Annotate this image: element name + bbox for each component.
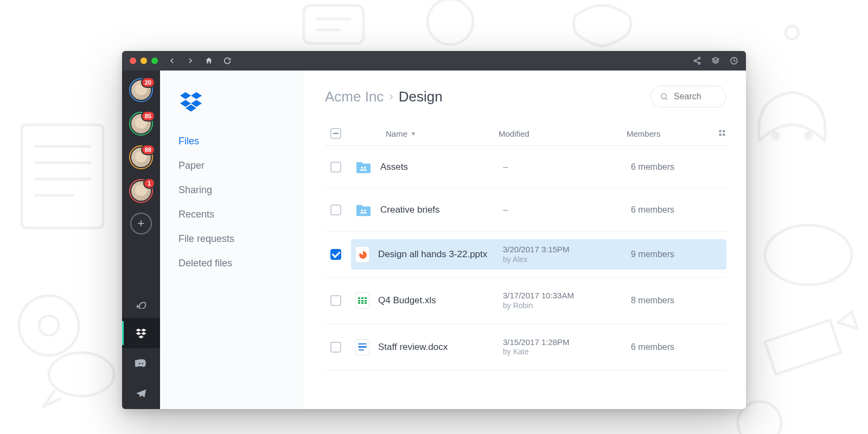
workspace-avatar[interactable]: 88: [129, 145, 153, 169]
zoom-window-button[interactable]: [151, 58, 158, 64]
file-modified: --: [503, 205, 622, 215]
rail-app-dropbox[interactable]: [122, 318, 160, 348]
sidebar-item-recents[interactable]: Recents: [160, 202, 303, 227]
search-icon: [660, 92, 668, 101]
chevron-right-icon: ›: [389, 90, 393, 104]
history-icon[interactable]: [730, 56, 738, 65]
row-checkbox[interactable]: [330, 295, 341, 306]
file-name: Design all hands 3-22.pptx: [378, 249, 494, 260]
table-row[interactable]: Assets -- 6 members: [325, 146, 726, 189]
excel-file-icon: [355, 292, 369, 309]
folder-shared-icon: [355, 159, 372, 175]
sidebar-item-file-requests[interactable]: File requests: [160, 227, 303, 251]
svg-rect-8: [304, 5, 363, 43]
notification-badge: 88: [141, 144, 155, 155]
forward-button[interactable]: [186, 56, 195, 65]
svg-point-12: [786, 26, 799, 39]
word-file-icon: [355, 339, 369, 355]
sort-desc-icon: ▼: [411, 131, 416, 137]
minimize-window-button[interactable]: [141, 58, 147, 64]
powerpoint-file-icon: [355, 246, 369, 263]
column-header-name[interactable]: Name ▼: [386, 129, 490, 138]
svg-line-21: [695, 61, 698, 63]
breadcrumb: Acme Inc › Design: [325, 88, 640, 105]
svg-point-31: [361, 167, 363, 169]
table-row[interactable]: Staff review.docx 3/15/2017 1:28PM by Ka…: [325, 324, 726, 371]
file-modified: 3/20/2017 3:15PM by Alex: [503, 245, 622, 264]
column-header-modified[interactable]: Modified: [499, 129, 618, 138]
svg-rect-30: [723, 133, 725, 136]
file-members: 9 members: [631, 250, 722, 259]
svg-point-23: [139, 363, 141, 365]
svg-line-26: [666, 98, 667, 100]
search-input[interactable]: [674, 92, 717, 101]
sidebar-item-files[interactable]: Files: [160, 129, 303, 154]
table-row[interactable]: Creative briefs -- 6 members: [325, 189, 726, 232]
sidebar-item-paper[interactable]: Paper: [160, 154, 303, 178]
home-button[interactable]: [205, 56, 213, 65]
close-window-button[interactable]: [130, 58, 136, 64]
rail-app-telegram[interactable]: [122, 379, 160, 409]
nav-controls: [168, 56, 232, 65]
breadcrumb-current: Design: [399, 88, 443, 105]
main-content: Acme Inc › Design Name ▼ Modified Member…: [303, 71, 746, 409]
file-modified: 3/15/2017 1:28PM by Kate: [503, 337, 622, 357]
svg-rect-27: [719, 130, 722, 132]
row-checkbox[interactable]: [330, 162, 341, 173]
row-checkbox[interactable]: [330, 249, 341, 260]
breadcrumb-parent[interactable]: Acme Inc: [325, 88, 384, 105]
file-members: 8 members: [631, 296, 722, 305]
svg-point-25: [661, 94, 666, 99]
svg-point-7: [49, 353, 114, 396]
stack-icon[interactable]: [711, 56, 720, 65]
table-row[interactable]: Q4 Budget.xls 3/17/2017 10:33AM by Robin…: [325, 278, 726, 324]
table-row[interactable]: Design all hands 3-22.pptx 3/20/2017 3:1…: [325, 232, 726, 278]
sidebar-nav: Files Paper Sharing Recents File request…: [160, 129, 303, 276]
svg-line-20: [695, 59, 698, 60]
add-workspace-button[interactable]: +: [130, 213, 152, 234]
svg-rect-28: [723, 130, 725, 132]
svg-point-33: [361, 209, 363, 212]
app-rail: 20 85 88 1 +: [122, 71, 160, 409]
view-grid-toggle[interactable]: [711, 129, 726, 139]
svg-point-17: [698, 58, 700, 59]
folder-shared-icon: [355, 202, 372, 218]
reload-button[interactable]: [223, 56, 232, 65]
svg-point-14: [805, 132, 812, 139]
sidebar-item-sharing[interactable]: Sharing: [160, 178, 303, 202]
file-list: Assets -- 6 members Creative briefs -- 6…: [325, 146, 726, 371]
rail-app-discord[interactable]: [122, 348, 160, 379]
workspace-avatar[interactable]: 1: [129, 179, 153, 203]
back-button[interactable]: [168, 56, 176, 65]
row-checkbox[interactable]: [330, 205, 341, 215]
svg-point-19: [698, 62, 700, 64]
rail-app-whatsapp[interactable]: [122, 288, 160, 318]
titlebar: [122, 51, 746, 71]
file-name: Staff review.docx: [378, 342, 494, 353]
svg-point-5: [19, 296, 79, 355]
notification-badge: 1: [143, 178, 155, 189]
share-icon[interactable]: [693, 56, 701, 65]
dropbox-logo-icon: [160, 89, 303, 129]
workspace-avatar[interactable]: 85: [129, 112, 153, 136]
column-label: Name: [386, 129, 407, 138]
file-members: 6 members: [631, 162, 722, 172]
window-controls: [130, 58, 158, 64]
workspace-avatar[interactable]: 20: [129, 78, 153, 102]
titlebar-right: [693, 56, 738, 65]
sidebar: Files Paper Sharing Recents File request…: [160, 71, 303, 409]
svg-point-18: [694, 60, 695, 61]
file-name: Creative briefs: [380, 205, 494, 215]
file-members: 6 members: [631, 342, 722, 352]
select-all-checkbox[interactable]: [330, 128, 341, 139]
column-header-members[interactable]: Members: [627, 129, 703, 138]
row-checkbox[interactable]: [330, 342, 341, 353]
svg-point-15: [765, 225, 852, 285]
sidebar-item-deleted-files[interactable]: Deleted files: [160, 251, 303, 276]
search-input-wrapper[interactable]: [650, 86, 726, 107]
file-name: Assets: [380, 162, 494, 173]
svg-point-24: [142, 363, 143, 365]
notification-badge: 85: [141, 111, 155, 122]
svg-point-6: [39, 316, 59, 335]
file-name: Q4 Budget.xls: [378, 295, 494, 306]
